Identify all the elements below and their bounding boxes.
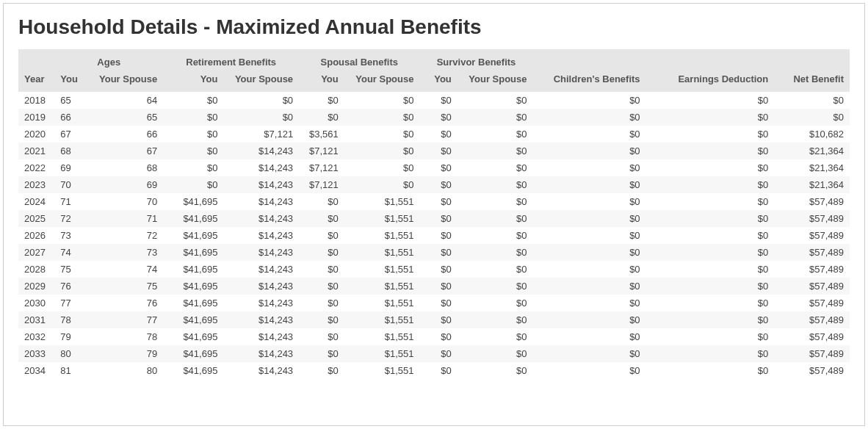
cell-age_you: 79: [54, 328, 87, 345]
cell-sv_spouse: $0: [457, 193, 533, 210]
cell-sv_spouse: $0: [457, 210, 533, 227]
cell-net: $21,364: [774, 143, 850, 159]
cell-earn_ded: $0: [646, 261, 775, 278]
cell-sp_spouse: $0: [344, 92, 420, 109]
cell-age_spouse: 65: [87, 109, 163, 126]
table-row: 20327978$41,695$14,243$0$1,551$0$0$0$0$5…: [18, 328, 850, 345]
cell-age_spouse: 70: [87, 193, 163, 210]
table-row: 20348180$41,695$14,243$0$1,551$0$0$0$0$5…: [18, 362, 850, 379]
cell-age_spouse: 67: [87, 143, 163, 159]
cell-sv_you: $0: [419, 92, 457, 109]
cell-children: $0: [533, 244, 646, 261]
cell-ret_you: $0: [163, 176, 223, 193]
page-title: Household Details - Maximized Annual Ben…: [18, 15, 850, 39]
table-row: 20206766$0$7,121$3,561$0$0$0$0$0$10,682: [18, 126, 850, 143]
cell-children: $0: [533, 143, 646, 159]
cell-sp_you: $0: [299, 109, 344, 126]
cell-year: 2031: [18, 311, 54, 328]
cell-net: $57,489: [774, 261, 850, 278]
cell-sp_you: $0: [299, 311, 344, 328]
col-net-benefit: Net Benefit: [774, 69, 850, 92]
cell-sp_you: $0: [299, 261, 344, 278]
cell-sp_you: $0: [299, 328, 344, 345]
cell-children: $0: [533, 126, 646, 143]
cell-net: $57,489: [774, 295, 850, 311]
cell-net: $57,489: [774, 227, 850, 244]
cell-children: $0: [533, 92, 646, 109]
cell-age_you: 70: [54, 176, 87, 193]
col-ret-you: You: [163, 69, 223, 92]
cell-ret_spouse: $14,243: [223, 278, 299, 295]
cell-net: $57,489: [774, 210, 850, 227]
cell-sp_you: $0: [299, 92, 344, 109]
cell-year: 2034: [18, 362, 54, 379]
cell-ret_spouse: $7,121: [223, 126, 299, 143]
table-group-header-row: Ages Retirement Benefits Spousal Benefit…: [18, 49, 850, 69]
cell-ret_you: $0: [163, 92, 223, 109]
table-row: 20297675$41,695$14,243$0$1,551$0$0$0$0$5…: [18, 278, 850, 295]
cell-sv_you: $0: [419, 126, 457, 143]
col-ret-spouse: Your Spouse: [223, 69, 299, 92]
cell-sp_you: $3,561: [299, 126, 344, 143]
cell-age_spouse: 64: [87, 92, 163, 109]
cell-year: 2033: [18, 345, 54, 362]
cell-age_spouse: 76: [87, 295, 163, 311]
cell-sv_spouse: $0: [457, 244, 533, 261]
cell-year: 2021: [18, 143, 54, 159]
cell-year: 2023: [18, 176, 54, 193]
cell-age_you: 67: [54, 126, 87, 143]
cell-sv_spouse: $0: [457, 278, 533, 295]
cell-sv_spouse: $0: [457, 159, 533, 176]
cell-age_you: 80: [54, 345, 87, 362]
col-sv-spouse: Your Spouse: [457, 69, 533, 92]
cell-net: $57,489: [774, 345, 850, 362]
cell-sp_spouse: $0: [344, 176, 420, 193]
cell-sp_you: $7,121: [299, 176, 344, 193]
cell-children: $0: [533, 176, 646, 193]
cell-children: $0: [533, 210, 646, 227]
cell-sp_spouse: $1,551: [344, 345, 420, 362]
group-retirement: Retirement Benefits: [163, 49, 299, 69]
table-row: 20287574$41,695$14,243$0$1,551$0$0$0$0$5…: [18, 261, 850, 278]
cell-earn_ded: $0: [646, 159, 775, 176]
cell-earn_ded: $0: [646, 176, 775, 193]
cell-year: 2027: [18, 244, 54, 261]
table-row: 20267372$41,695$14,243$0$1,551$0$0$0$0$5…: [18, 227, 850, 244]
table-row: 20247170$41,695$14,243$0$1,551$0$0$0$0$5…: [18, 193, 850, 210]
cell-sp_spouse: $0: [344, 159, 420, 176]
cell-year: 2032: [18, 328, 54, 345]
cell-sv_spouse: $0: [457, 126, 533, 143]
cell-net: $0: [774, 92, 850, 109]
cell-sv_spouse: $0: [457, 311, 533, 328]
cell-year: 2018: [18, 92, 54, 109]
cell-sp_spouse: $1,551: [344, 210, 420, 227]
cell-sp_you: $0: [299, 278, 344, 295]
cell-sp_spouse: $1,551: [344, 295, 420, 311]
cell-ret_spouse: $0: [223, 109, 299, 126]
cell-net: $57,489: [774, 193, 850, 210]
col-sv-you: You: [419, 69, 457, 92]
cell-ret_spouse: $14,243: [223, 311, 299, 328]
cell-age_you: 66: [54, 109, 87, 126]
table-row: 20216867$0$14,243$7,121$0$0$0$0$0$21,364: [18, 143, 850, 159]
cell-sp_spouse: $1,551: [344, 362, 420, 379]
cell-year: 2025: [18, 210, 54, 227]
cell-ret_spouse: $14,243: [223, 159, 299, 176]
group-blank: [533, 49, 646, 69]
cell-sp_spouse: $1,551: [344, 193, 420, 210]
cell-sv_you: $0: [419, 109, 457, 126]
cell-sv_you: $0: [419, 278, 457, 295]
cell-ret_you: $41,695: [163, 295, 223, 311]
cell-sp_you: $7,121: [299, 159, 344, 176]
cell-age_spouse: 73: [87, 244, 163, 261]
cell-sv_spouse: $0: [457, 92, 533, 109]
cell-sv_spouse: $0: [457, 345, 533, 362]
table-row: 20277473$41,695$14,243$0$1,551$0$0$0$0$5…: [18, 244, 850, 261]
cell-earn_ded: $0: [646, 227, 775, 244]
cell-sv_spouse: $0: [457, 227, 533, 244]
group-blank: [774, 49, 850, 69]
col-age-spouse: Your Spouse: [87, 69, 163, 92]
cell-ret_you: $41,695: [163, 244, 223, 261]
cell-children: $0: [533, 227, 646, 244]
cell-children: $0: [533, 109, 646, 126]
